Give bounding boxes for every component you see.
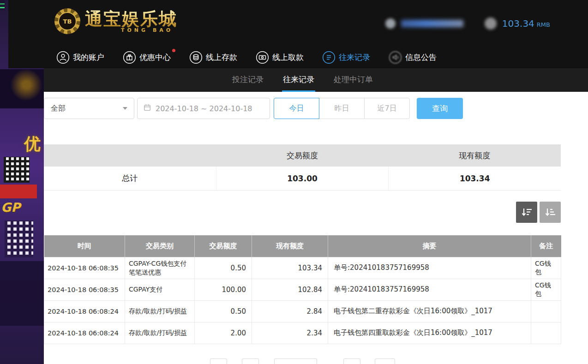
pagination-button-2[interactable] (242, 358, 259, 364)
date-range-value: 2024-10-18 ~ 2024-10-18 (156, 104, 252, 113)
logo-chip-text: TB (63, 18, 72, 25)
cell-summary: 电子钱包第二重存款彩金《次日16:00领取》_1017 (328, 300, 531, 322)
calendar-icon (143, 103, 151, 113)
balance-amount: 103.34 (502, 18, 534, 29)
cell-remark (531, 322, 561, 344)
cell-time: 2024-10-18 06:08:24 (44, 300, 125, 322)
desktop-banner-red-strip (0, 185, 37, 198)
range-last7days-button[interactable]: 近7日 (364, 98, 410, 119)
cell-balance: 102.84 (252, 279, 328, 300)
desktop-banner-text: 优 (24, 133, 41, 155)
nav-item-promotions[interactable]: 优惠中心 (123, 51, 171, 64)
type-select[interactable]: 全部 (44, 98, 134, 119)
qr-code-fragment (4, 157, 30, 183)
chevron-down-icon (123, 107, 127, 110)
nav-label: 优惠中心 (139, 52, 171, 63)
tab-betting-records[interactable]: 投注记录 (231, 68, 264, 92)
pagination-button-1[interactable] (210, 358, 227, 364)
cell-remark (531, 300, 561, 322)
summary-total-balance: 103.34 (389, 167, 561, 190)
summary-header-amount: 交易额度 (216, 144, 388, 167)
nav-item-deposit[interactable]: 线上存款 (189, 51, 237, 64)
desktop-corner-tag (0, 0, 5, 10)
query-button[interactable]: 查询 (417, 98, 463, 119)
withdraw-icon (256, 51, 269, 64)
records-icon (322, 51, 336, 64)
cell-balance: 2.84 (252, 300, 328, 322)
notification-dot (172, 49, 175, 52)
summary-table: 交易额度 现有额度 总计 103.00 103.34 (44, 144, 561, 191)
cell-amount: 100.00 (195, 279, 252, 300)
pagination-button-5[interactable] (375, 358, 395, 364)
main-content: 全部 2024-10-18 ~ 2024-10-18 今日 昨日 近7日 查询 … (44, 92, 561, 364)
account-summary: 103.34 RMB (385, 18, 550, 30)
tab-processing-orders[interactable]: 处理中订单 (333, 68, 374, 92)
site-title: 通宝娱乐城 (85, 9, 177, 29)
balance-currency: RMB (537, 21, 550, 28)
tab-transaction-records[interactable]: 往来记录 (282, 68, 315, 92)
cell-summary: 单号:202410183757169958 (328, 257, 531, 279)
type-select-value: 全部 (51, 104, 66, 113)
pagination-button-4[interactable] (343, 358, 360, 364)
nav-label: 信息公告 (405, 52, 437, 63)
cell-type: 存款/取款/打码/损益 (125, 300, 195, 322)
desktop-banner-fragment (0, 261, 44, 326)
announcement-icon (389, 51, 402, 64)
summary-total-label: 总计 (44, 167, 216, 190)
cell-type: CGPAY支付 (125, 279, 195, 300)
user-avatar (385, 18, 396, 29)
range-yesterday-button[interactable]: 昨日 (319, 98, 365, 119)
records-header-row: 时间 交易类别 交易额度 现有额度 摘要 备注 (44, 235, 561, 257)
summary-total-amount: 103.00 (216, 167, 389, 190)
nav-label: 往来记录 (339, 52, 370, 63)
gift-icon (123, 51, 136, 64)
cell-summary: 电子钱包第四重取款彩金《次日16:00领取》_1017 (328, 322, 531, 344)
quick-range-group: 今日 昨日 近7日 (274, 98, 410, 119)
desktop-banner-gp-text: GP (1, 200, 20, 215)
coin-icon (485, 18, 497, 30)
nav-item-withdraw[interactable]: 线上取款 (256, 51, 304, 64)
cell-amount: 0.50 (195, 257, 252, 279)
sub-nav: 投注记录 往来记录 处理中订单 (44, 68, 588, 92)
cell-type: 存款/取款/打码/损益 (125, 322, 195, 344)
qr-code-fragment (5, 221, 33, 257)
nav-item-my-account[interactable]: 我的账户 (56, 51, 104, 64)
cell-balance: 2.34 (252, 322, 328, 344)
col-summary: 摘要 (328, 235, 531, 257)
screen: 优 GP TB 通宝娱乐城 TONG BAO 103.34 RMB (0, 0, 588, 364)
col-remark: 备注 (531, 235, 561, 257)
sort-ascending-button[interactable] (540, 202, 561, 223)
nav-label: 线上存款 (206, 52, 237, 63)
site-logo[interactable]: TB 通宝娱乐城 TONG BAO (54, 8, 177, 34)
cell-remark: CG钱包 (531, 257, 561, 279)
cell-amount: 2.00 (195, 322, 252, 344)
cell-summary: 单号:202410183757169958 (328, 279, 531, 300)
cell-remark: CG钱包 (531, 279, 561, 300)
summary-total-row: 总计 103.00 103.34 (44, 167, 561, 191)
cell-time: 2024-10-18 06:08:35 (44, 279, 125, 300)
records-table: 时间 交易类别 交易额度 现有额度 摘要 备注 2024-10-18 06:08… (44, 235, 561, 344)
range-today-button[interactable]: 今日 (274, 98, 319, 119)
sort-buttons (516, 202, 561, 223)
table-row: 2024-10-18 06:08:24 存款/取款/打码/损益 2.00 2.3… (44, 322, 561, 344)
user-icon (56, 51, 70, 64)
col-balance: 现有额度 (252, 235, 328, 257)
nav-item-records[interactable]: 往来记录 (322, 51, 370, 64)
pagination-button-3[interactable] (274, 358, 317, 364)
summary-header-empty (44, 144, 216, 167)
date-range-picker[interactable]: 2024-10-18 ~ 2024-10-18 (137, 98, 270, 119)
table-row: 2024-10-18 06:08:24 存款/取款/打码/损益 0.50 2.8… (44, 300, 561, 322)
logo-chip-icon: TB (54, 8, 80, 34)
sort-descending-button[interactable] (516, 202, 537, 223)
summary-header-row: 交易额度 现有额度 (44, 144, 561, 167)
username-blurred (401, 20, 463, 27)
cell-amount: 0.50 (195, 300, 252, 322)
main-nav: 我的账户 优惠中心 线上存款 (8, 47, 588, 68)
cell-time: 2024-10-18 06:08:35 (44, 257, 125, 279)
site-header: TB 通宝娱乐城 TONG BAO 103.34 RMB (8, 0, 588, 47)
nav-label: 我的账户 (73, 52, 104, 63)
cell-time: 2024-10-18 06:08:24 (44, 322, 125, 344)
summary-header-balance: 现有额度 (389, 144, 561, 167)
nav-item-announcements[interactable]: 信息公告 (389, 51, 437, 64)
table-row: 2024-10-18 06:08:35 CGPAY-CG钱包支付笔笔送优惠 0.… (44, 257, 561, 279)
